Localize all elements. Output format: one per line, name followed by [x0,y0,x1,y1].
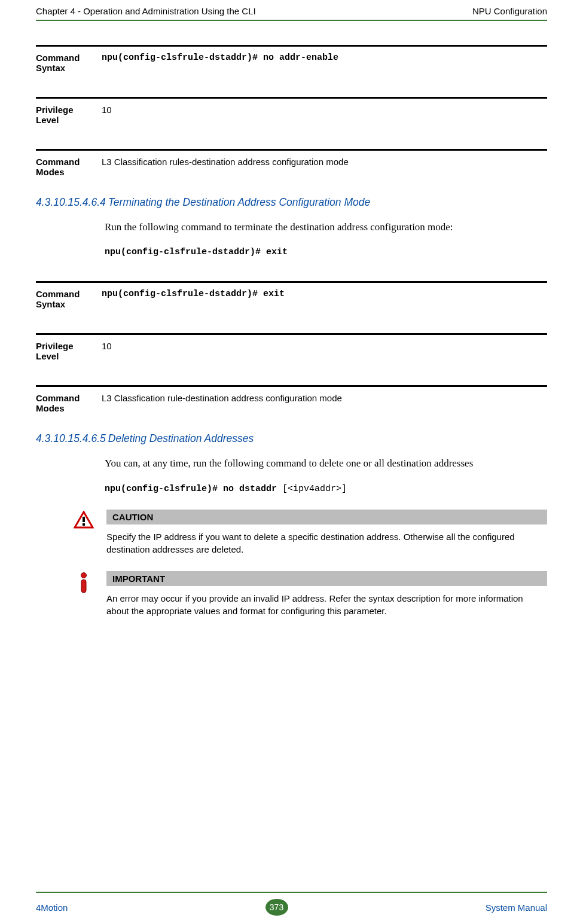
page: Chapter 4 - Operation and Administration… [0,0,583,924]
command-modes-value: L3 Classification rules-destination addr… [102,155,547,167]
privilege-level-value: 10 [102,340,547,351]
modes-block-2: Command Modes L3 Classfication rule-dest… [36,385,547,413]
command-bold: npu(config-clsfrule)# no dstaddr [105,484,282,494]
divider [36,385,547,387]
section-heading-deleting: 4.3.10.15.4.6.5Deleting Destination Addr… [36,432,547,445]
section-number: 4.3.10.15.4.6.4 [36,196,106,208]
privilege-block-2: Privilege Level 10 [36,333,547,361]
section-title: Deleting Destination Addresses [108,432,254,444]
command-line-exit: npu(config-clsfrule-dstaddr)# exit [105,247,547,257]
caution-title: CAUTION [106,510,547,524]
section-title: Terminating the Destination Address Conf… [108,196,370,208]
important-icon [72,571,96,617]
divider [36,97,547,99]
command-optional: [<ipv4addr>] [282,484,347,494]
page-number-badge: 373 [265,899,288,916]
privilege-level-label: Privilege Level [36,340,102,361]
footer-right: System Manual [486,902,547,913]
page-header: Chapter 4 - Operation and Administration… [36,0,547,16]
command-syntax-label: Command Syntax [36,51,102,73]
footer-left: 4Motion [36,902,68,913]
caution-icon [72,510,96,556]
section-heading-terminating: 4.3.10.15.4.6.4Terminating the Destinati… [36,196,547,209]
divider [36,281,547,283]
important-text: An error may occur if you provide an inv… [106,586,547,617]
svg-rect-4 [81,580,86,593]
privilege-level-label: Privilege Level [36,103,102,125]
svg-point-3 [81,572,87,578]
svg-rect-2 [83,523,85,526]
divider [36,45,547,47]
section-number: 4.3.10.15.4.6.5 [36,432,106,444]
command-block-1: Command Syntax npu(config-clsfrule-dstad… [36,45,547,73]
caution-callout: CAUTION Specify the IP address if you wa… [72,510,547,556]
command-syntax-value: npu(config-clsfrule-dstaddr)# exit [102,288,547,299]
svg-rect-1 [83,517,85,522]
command-syntax-label: Command Syntax [36,288,102,309]
footer-rule [36,892,547,893]
header-right: NPU Configuration [472,6,547,16]
important-callout: IMPORTANT An error may occur if you prov… [72,571,547,617]
header-left: Chapter 4 - Operation and Administration… [36,6,256,16]
divider [36,333,547,335]
modes-block-1: Command Modes L3 Classification rules-de… [36,149,547,177]
privilege-block-1: Privilege Level 10 [36,97,547,125]
privilege-level-value: 10 [102,103,547,115]
section-paragraph: You can, at any time, run the following … [105,456,547,471]
section-paragraph: Run the following command to terminate t… [105,219,547,235]
command-modes-value: L3 Classfication rule-destination addres… [102,392,547,403]
command-syntax-value: npu(config-clsfrule-dstaddr)# no addr-en… [102,51,547,63]
important-title: IMPORTANT [106,571,547,586]
command-line-no-dstaddr: npu(config-clsfrule)# no dstaddr [<ipv4a… [105,484,547,494]
command-block-2: Command Syntax npu(config-clsfrule-dstad… [36,281,547,309]
divider [36,149,547,151]
page-footer: 4Motion 373 System Manual [36,892,547,916]
command-modes-label: Command Modes [36,155,102,177]
header-rule [36,20,547,21]
command-modes-label: Command Modes [36,392,102,413]
caution-text: Specify the IP address if you want to de… [106,524,547,556]
